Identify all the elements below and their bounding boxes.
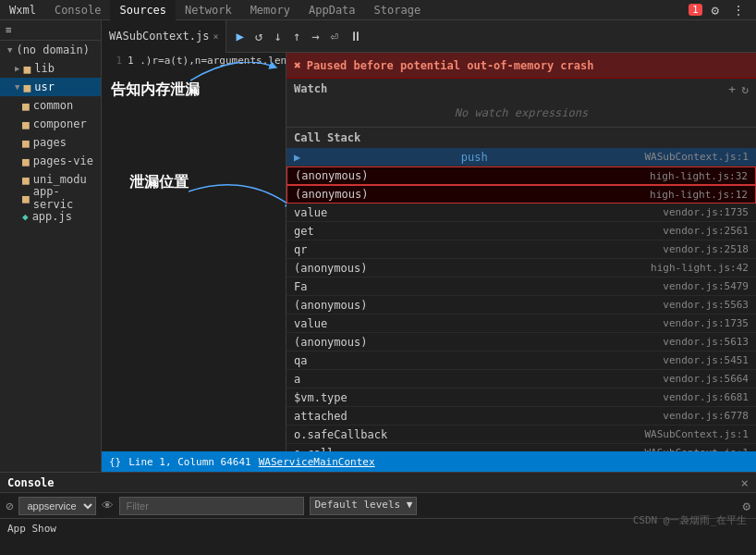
step-button[interactable]: →	[308, 27, 323, 45]
oom-message: Paused before potential out-of-memory cr…	[307, 59, 594, 72]
tab-storage[interactable]: Storage	[365, 0, 431, 20]
stack-func-name: o.safeCallback	[294, 428, 387, 441]
more-icon[interactable]: ⋮	[728, 1, 749, 19]
stack-func-name: (anonymous)	[295, 169, 368, 182]
console-levels-dropdown[interactable]: Default levels ▼	[310, 497, 417, 515]
sidebar-label: pages	[33, 136, 67, 149]
tab-wxml[interactable]: Wxml	[0, 0, 45, 20]
console-filter-input[interactable]	[119, 497, 304, 515]
stack-func-name: value	[294, 317, 327, 330]
tab-console[interactable]: Console	[45, 0, 111, 20]
editor-tabbar: WASubContext.js × ▶ ↺ ↓ ↑ → ⏎ ⏸	[102, 20, 756, 53]
topbar-right: 1 ⚙ ⋮	[689, 1, 756, 19]
stack-file-loc: vendor.js:5479	[663, 280, 749, 292]
sidebar-item-components[interactable]: ■ componer	[0, 115, 101, 133]
top-tabbar: Wxml Console Sources Network Memory AppD…	[0, 0, 756, 20]
watch-header[interactable]: Watch + ↻	[287, 79, 756, 99]
stack-item-1[interactable]: (anonymous)high-light.js:32	[287, 166, 756, 185]
stack-item-7[interactable]: Favendor.js:5479	[287, 278, 756, 296]
step-into-button[interactable]: ↓	[270, 27, 285, 45]
stack-item-13[interactable]: $vm.typevendor.js:6681	[287, 388, 756, 407]
sidebar-item-app-servic[interactable]: ■ app-servic	[0, 189, 101, 207]
code-line-1: 1 1 .)r=a(t),n=arguments.length;s(r+n);f…	[102, 53, 286, 69]
stack-func-name: qa	[294, 354, 307, 367]
stack-file-loc: vendor.js:6778	[663, 410, 749, 422]
stack-func-name: (anonymous)	[294, 299, 367, 312]
watch-refresh-icon[interactable]: ↻	[741, 82, 749, 96]
console-panel: Console × ⊘ appservice 👁 Default levels …	[0, 472, 756, 555]
stack-item-11[interactable]: qavendor.js:5451	[287, 352, 756, 370]
stack-item-6[interactable]: (anonymous)high-light.js:42	[287, 259, 756, 278]
console-appservice-select[interactable]: appservice	[18, 497, 96, 515]
expand-arrow: ▼	[7, 45, 12, 55]
stack-file-loc: vendor.js:1735	[663, 206, 749, 218]
stack-file-loc: WASubContext.js:1	[644, 151, 749, 163]
stack-item-4[interactable]: getvendor.js:2561	[287, 222, 756, 240]
sidebar-menu-icon[interactable]: ≡	[6, 24, 12, 36]
expand-arrow: ▼	[15, 82, 19, 92]
status-bar: {} Line 1, Column 64641 WAServiceMainCon…	[102, 451, 756, 472]
stack-func-name: push	[461, 151, 488, 164]
console-close-button[interactable]: ×	[741, 475, 749, 490]
stack-file-loc: vendor.js:2561	[663, 225, 749, 237]
tab-appdata[interactable]: AppData	[299, 0, 365, 20]
resume-button[interactable]: ▶	[232, 27, 247, 45]
stack-func-name: get	[294, 225, 314, 238]
file-icon: ◆	[22, 211, 29, 223]
stack-file-loc: vendor.js:5451	[663, 354, 749, 366]
stack-item-2[interactable]: (anonymous)high-light.js:12	[287, 185, 756, 204]
sidebar-label: uni_modu	[33, 173, 87, 186]
tab-network[interactable]: Network	[176, 0, 241, 20]
sidebar-item-appjs[interactable]: ◆ app.js	[0, 207, 101, 226]
stack-item-9[interactable]: valuevendor.js:1735	[287, 314, 756, 333]
sidebar-item-lib[interactable]: ▶ ■ lib	[0, 59, 101, 78]
stack-file-loc: vendor.js:6681	[663, 391, 749, 403]
stack-func-name: attached	[294, 410, 348, 423]
line-number: 1	[102, 53, 128, 69]
sidebar-item-pages[interactable]: ■ pages	[0, 133, 101, 152]
watch-add-icon[interactable]: +	[728, 82, 736, 96]
console-eye-icon[interactable]: 👁	[102, 499, 114, 512]
folder-icon: ■	[22, 173, 30, 187]
stack-item-15[interactable]: o.safeCallbackWASubContext.js:1	[287, 426, 756, 444]
sidebar-label: common	[33, 99, 73, 112]
editor-debugger-split: 1 1 .)r=a(t),n=arguments.length;s(r+n);f…	[102, 53, 756, 451]
stack-item-14[interactable]: attachedvendor.js:6778	[287, 407, 756, 426]
console-content: App Show	[0, 519, 756, 555]
tab-close-button[interactable]: ×	[213, 31, 218, 42]
tab-sources[interactable]: Sources	[110, 0, 176, 20]
folder-icon: ■	[23, 80, 30, 94]
tab-memory[interactable]: Memory	[241, 0, 299, 20]
editor-tab-wasubcontext[interactable]: WASubContext.js ×	[102, 20, 226, 53]
stack-item-8[interactable]: (anonymous)vendor.js:5563	[287, 296, 756, 314]
code-editor[interactable]: 1 1 .)r=a(t),n=arguments.length;s(r+n);f…	[102, 53, 287, 451]
stack-item-5[interactable]: qrvendor.js:2518	[287, 240, 756, 259]
sidebar-item-usr[interactable]: ▼ ■ usr	[0, 78, 101, 96]
callstack-header[interactable]: Call Stack	[287, 128, 756, 148]
folder-icon: ■	[22, 117, 30, 131]
callstack-title: Call Stack	[294, 131, 360, 144]
console-header: Console ×	[0, 473, 756, 493]
status-link[interactable]: WAServiceMainContex	[259, 456, 375, 468]
sidebar-item-pages-vie[interactable]: ■ pages-vie	[0, 152, 101, 170]
settings-icon[interactable]: ⚙	[708, 1, 723, 19]
console-settings-icon[interactable]: ⚙	[743, 499, 750, 513]
stack-func-name: Fa	[294, 280, 307, 293]
folder-icon: ■	[22, 99, 30, 113]
folder-icon: ■	[22, 154, 30, 168]
step-out-button[interactable]: ↑	[289, 27, 304, 45]
stack-item-12[interactable]: avendor.js:5664	[287, 370, 756, 388]
stack-item-10[interactable]: (anonymous)vendor.js:5613	[287, 333, 756, 352]
step-over-button[interactable]: ↺	[251, 27, 266, 45]
deactivate-button[interactable]: ⏎	[327, 27, 342, 45]
stack-item-3[interactable]: valuevendor.js:1735	[287, 204, 756, 222]
sidebar-item-nodomain[interactable]: ▼ (no domain)	[0, 41, 101, 59]
pause-button[interactable]: ⏸	[346, 27, 366, 45]
sidebar-item-common[interactable]: ■ common	[0, 96, 101, 115]
stack-item-16[interactable]: o.callWASubContext.js:1	[287, 444, 756, 451]
sidebar-header: ≡	[0, 20, 101, 41]
callstack-list[interactable]: ▶pushWASubContext.js:1(anonymous)high-li…	[287, 148, 756, 451]
folder-icon: ■	[22, 191, 30, 205]
stack-item-0[interactable]: ▶pushWASubContext.js:1	[287, 148, 756, 166]
console-clear-icon[interactable]: ⊘	[6, 499, 13, 513]
